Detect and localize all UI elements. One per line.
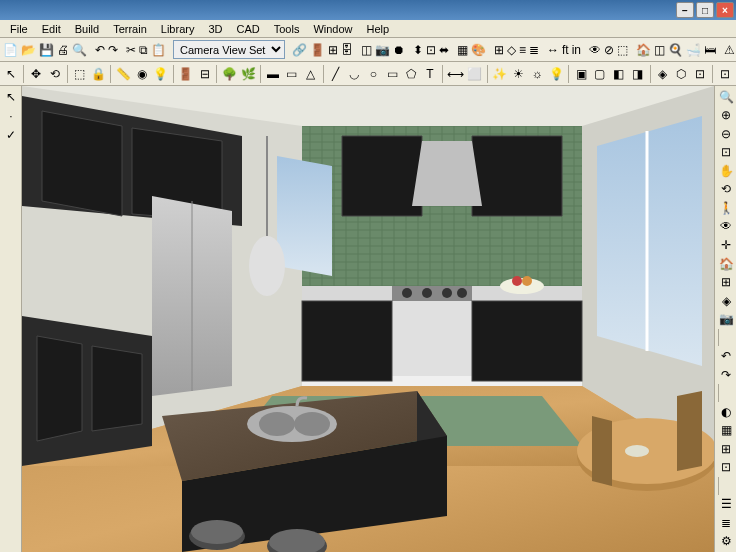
snap-icon[interactable]: ◇ [506, 40, 517, 60]
dimension2-icon[interactable]: ⟷ [446, 64, 465, 84]
front-icon[interactable]: ▣ [572, 64, 590, 84]
dimension-icon[interactable]: ↔ [546, 40, 560, 60]
point-icon[interactable]: · [1, 107, 21, 125]
open-file-icon[interactable]: 📂 [20, 40, 37, 60]
door-icon[interactable]: 🚪 [309, 40, 326, 60]
section-icon[interactable]: ⬌ [438, 40, 450, 60]
close-button[interactable]: × [716, 2, 734, 18]
menu-help[interactable]: Help [361, 22, 396, 36]
feet-icon[interactable]: ft [561, 40, 570, 60]
group-icon[interactable]: ⬚ [616, 40, 629, 60]
show-icon[interactable]: 👁 [588, 40, 602, 60]
elevation-icon[interactable]: ⬍ [412, 40, 424, 60]
menu-build[interactable]: Build [69, 22, 105, 36]
wall-icon[interactable]: ▬ [264, 64, 282, 84]
print-icon[interactable]: 🖨 [56, 40, 70, 60]
texture-view-icon[interactable]: ▦ [716, 421, 736, 439]
raytrace-icon[interactable]: ☀ [510, 64, 528, 84]
circle-icon[interactable]: ○ [364, 64, 382, 84]
window3d-icon[interactable]: ⊟ [196, 64, 214, 84]
orbit-icon[interactable]: ⟲ [716, 181, 736, 199]
ruler-icon[interactable]: 📏 [114, 64, 132, 84]
cabinet-icon[interactable]: 🗄 [340, 40, 354, 60]
warn-icon[interactable]: ⚠ [723, 40, 736, 60]
lock-icon[interactable]: 🔒 [89, 64, 107, 84]
poly-icon[interactable]: ⬠ [402, 64, 420, 84]
rect-icon[interactable]: ▭ [383, 64, 401, 84]
tree-icon[interactable]: 🌳 [220, 64, 238, 84]
light-icon[interactable]: 💡 [152, 64, 170, 84]
shade-icon[interactable]: ◐ [716, 403, 736, 421]
rotate-icon[interactable]: ⟲ [46, 64, 64, 84]
menu-terrain[interactable]: Terrain [107, 22, 153, 36]
cut-icon[interactable]: ✂ [125, 40, 137, 60]
right-icon[interactable]: ◨ [629, 64, 647, 84]
arc-icon[interactable]: ◡ [345, 64, 363, 84]
home-view-icon[interactable]: 🏠 [716, 255, 736, 273]
zoom-out-icon[interactable]: ⊖ [716, 125, 736, 143]
bedroom-icon[interactable]: 🛏 [703, 40, 717, 60]
inch-icon[interactable]: in [571, 40, 582, 60]
props-icon[interactable]: ⚙ [716, 533, 736, 551]
hide-icon[interactable]: ⊘ [603, 40, 615, 60]
menu-file[interactable]: File [4, 22, 34, 36]
persp-icon[interactable]: ⬡ [672, 64, 690, 84]
mark-icon[interactable]: ✓ [1, 126, 21, 144]
text-icon[interactable]: T [421, 64, 439, 84]
save-icon[interactable]: 💾 [38, 40, 55, 60]
redo-view-icon[interactable]: ↷ [716, 366, 736, 384]
print-preview-icon[interactable]: 🔍 [71, 40, 88, 60]
menu-library[interactable]: Library [155, 22, 201, 36]
menu-cad[interactable]: CAD [230, 22, 265, 36]
floor-icon[interactable]: ▭ [283, 64, 301, 84]
zoom-window-icon[interactable]: 🔍 [716, 88, 736, 106]
chain-icon[interactable]: 🔗 [291, 40, 308, 60]
render-icon[interactable]: ✨ [491, 64, 509, 84]
grid-icon[interactable]: ⊞ [493, 40, 505, 60]
list-icon[interactable]: ☰ [716, 496, 736, 514]
menu-window[interactable]: Window [307, 22, 358, 36]
back-icon[interactable]: ▢ [591, 64, 609, 84]
layers-view-icon[interactable]: ≣ [716, 514, 736, 532]
layer-icon[interactable]: ≣ [528, 40, 540, 60]
pointer-icon[interactable]: ↖ [2, 64, 20, 84]
object-icon[interactable]: ◉ [133, 64, 151, 84]
copy-icon[interactable]: ⧉ [138, 40, 149, 60]
menu-edit[interactable]: Edit [36, 22, 67, 36]
menu-tools[interactable]: Tools [268, 22, 306, 36]
menu-3d[interactable]: 3D [202, 22, 228, 36]
sun-icon[interactable]: ☼ [528, 64, 546, 84]
minimize-button[interactable]: − [676, 2, 694, 18]
roof-icon[interactable]: △ [302, 64, 320, 84]
iso-icon[interactable]: ◈ [654, 64, 672, 84]
bath-icon[interactable]: 🛁 [685, 40, 702, 60]
3d-toggle-icon[interactable]: ◫ [360, 40, 373, 60]
left-icon[interactable]: ◧ [610, 64, 628, 84]
3d-viewport[interactable] [22, 86, 714, 552]
saved-view-select[interactable]: Camera View Set [173, 40, 285, 59]
paste-icon[interactable]: 📋 [150, 40, 167, 60]
zoom-in-icon[interactable]: ⊕ [716, 107, 736, 125]
walk-icon[interactable]: 🚶 [716, 199, 736, 217]
maximize-button[interactable]: □ [696, 2, 714, 18]
texture-icon[interactable]: ▦ [456, 40, 469, 60]
zoom-fit-icon[interactable]: ⊡ [716, 64, 734, 84]
pan-icon[interactable]: ✋ [716, 162, 736, 180]
line-icon[interactable]: ╱ [327, 64, 345, 84]
area-icon[interactable]: ⬜ [466, 64, 484, 84]
kitchen-icon[interactable]: 🍳 [667, 40, 684, 60]
redo-icon[interactable]: ↷ [107, 40, 119, 60]
room-icon[interactable]: ◫ [653, 40, 666, 60]
new-file-icon[interactable]: 📄 [2, 40, 19, 60]
plan-icon[interactable]: ⊡ [425, 40, 437, 60]
persp-view-icon[interactable]: ◈ [716, 292, 736, 310]
material-icon[interactable]: 🎨 [470, 40, 487, 60]
crosshair-icon[interactable]: ✛ [716, 236, 736, 254]
camera-view-icon[interactable]: 📷 [716, 310, 736, 328]
look-icon[interactable]: 👁 [716, 218, 736, 236]
ungroup-icon[interactable]: ⬚ [70, 64, 88, 84]
plan-view-icon[interactable]: ⊞ [716, 273, 736, 291]
undo-view-icon[interactable]: ↶ [716, 347, 736, 365]
move-icon[interactable]: ✥ [27, 64, 45, 84]
door3d-icon[interactable]: 🚪 [177, 64, 195, 84]
